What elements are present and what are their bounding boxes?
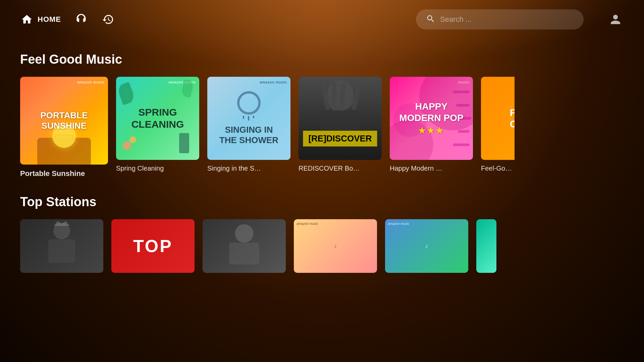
card-label-feelgood: Feel-Go…: [481, 165, 515, 172]
header: HOME: [0, 0, 644, 39]
history-icon: [101, 13, 115, 26]
station-cards-row: TOP amazon music ♪ amazon music ♪: [20, 219, 624, 273]
search-bar[interactable]: [416, 9, 584, 29]
search-icon: [426, 14, 435, 25]
card-label-portable: Portable Sunshine: [20, 169, 108, 178]
home-label: HOME: [38, 15, 61, 24]
card-happy-modern-pop[interactable]: music: [390, 77, 473, 178]
am-badge-5: amazon music: [388, 222, 409, 226]
card-rediscover[interactable]: amazon music [RE]DISCOVER: [299, 77, 382, 178]
feel-good-cards-row: amazon music PORTABLESUNSHINE Portable S…: [20, 77, 624, 178]
card-label-shower: Singing in the S…: [207, 165, 290, 172]
top-stations-title: Top Stations: [20, 195, 624, 209]
station-card-2[interactable]: TOP: [111, 219, 195, 273]
nav-left: HOME: [20, 13, 115, 26]
card-label-modern: Happy Modern …: [390, 165, 473, 172]
stars-rating: ★★★: [399, 126, 463, 136]
station-card-6[interactable]: [476, 219, 496, 273]
feel-good-partial-label: FEELCO...: [510, 107, 515, 130]
station-card-5[interactable]: amazon music ♪: [385, 219, 468, 273]
card-feel-good[interactable]: amazon music FEELCO... Feel-Go…: [481, 77, 515, 178]
headphones-icon: [74, 13, 88, 26]
user-icon[interactable]: [607, 11, 624, 28]
station-card-3[interactable]: [203, 219, 286, 273]
station-card-1[interactable]: [20, 219, 103, 273]
amazon-music-badge: amazon music: [77, 80, 105, 84]
amazon-music-badge-3: amazon music: [260, 80, 287, 84]
nav-headphones[interactable]: [74, 13, 88, 26]
home-icon: [20, 13, 34, 26]
am-badge-4: amazon music: [297, 222, 318, 226]
card-portable-sunshine[interactable]: amazon music PORTABLESUNSHINE Portable S…: [20, 77, 108, 178]
rediscover-banner: [RE]DISCOVER: [303, 131, 377, 146]
card-label-spring: Spring Cleaning: [116, 165, 199, 172]
card-spring-cleaning[interactable]: amazon music SPRINGCLEANING: [116, 77, 199, 178]
station-card-4[interactable]: amazon music ♪: [294, 219, 377, 273]
search-input[interactable]: [440, 15, 574, 24]
top-stations-section: Top Stations TOP amazon music: [0, 195, 644, 273]
nav-history[interactable]: [101, 13, 115, 26]
card-singing-shower[interactable]: amazon music SINGING INTHE SHOWER: [207, 77, 290, 178]
top-station-label: TOP: [133, 236, 173, 256]
feel-good-section: Feel Good Music amazon music PORTABLESUN…: [0, 52, 644, 178]
feel-good-title: Feel Good Music: [20, 52, 624, 67]
nav-home[interactable]: HOME: [20, 13, 61, 26]
card-label-rediscover: REDISCOVER Bo…: [299, 165, 382, 172]
